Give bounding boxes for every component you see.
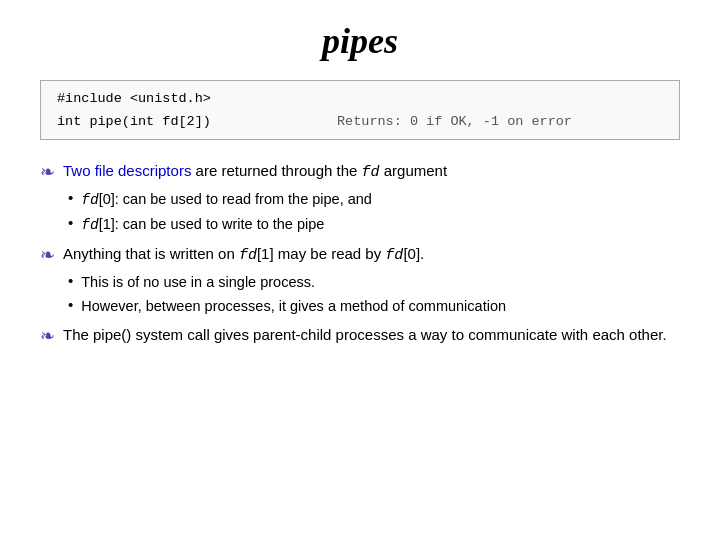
bullet-section-b1: ❧Two file descriptors are returned throu… — [40, 160, 680, 237]
sub-bullet-b2-1: •However, between processes, it gives a … — [68, 296, 680, 318]
sub-bullets-b1: •fd[0]: can be used to read from the pip… — [68, 189, 680, 238]
page: pipes #include <unistd.h> int pipe(int f… — [0, 0, 720, 540]
bullet-text-b1: Two file descriptors are returned throug… — [63, 160, 447, 185]
sub-dot: • — [68, 296, 73, 313]
code-box: #include <unistd.h> int pipe(int fd[2]) … — [40, 80, 680, 140]
sub-bullet-b1-0: •fd[0]: can be used to read from the pip… — [68, 189, 680, 212]
bullet-icon-b1: ❧ — [40, 161, 55, 183]
sub-dot: • — [68, 272, 73, 289]
bullet-text-b2: Anything that is written on fd[1] may be… — [63, 243, 424, 268]
code-returns: Returns: 0 if OK, -1 on error — [337, 114, 572, 129]
sub-bullet-b2-0: •This is of no use in a single process. — [68, 272, 680, 294]
bullet-section-b3: ❧The pipe() system call gives parent-chi… — [40, 324, 680, 347]
sub-bullets-b2: •This is of no use in a single process.•… — [68, 272, 680, 319]
bullet-section-b2: ❧Anything that is written on fd[1] may b… — [40, 243, 680, 318]
sub-bullet-b1-1: •fd[1]: can be used to write to the pipe — [68, 214, 680, 237]
sub-text-b1-0: fd[0]: can be used to read from the pipe… — [81, 189, 372, 212]
sub-text-b2-1: However, between processes, it gives a m… — [81, 296, 506, 318]
sub-text-b2-0: This is of no use in a single process. — [81, 272, 315, 294]
main-bullet-b1: ❧Two file descriptors are returned throu… — [40, 160, 680, 185]
bullet-icon-b2: ❧ — [40, 244, 55, 266]
sub-dot: • — [68, 189, 73, 206]
bullet-icon-b3: ❧ — [40, 325, 55, 347]
bullet-text-b3: The pipe() system call gives parent-chil… — [63, 324, 667, 347]
code-signature-row: int pipe(int fd[2]) Returns: 0 if OK, -1… — [57, 114, 663, 129]
code-include: #include <unistd.h> — [57, 91, 663, 106]
main-bullet-b2: ❧Anything that is written on fd[1] may b… — [40, 243, 680, 268]
bullets-container: ❧Two file descriptors are returned throu… — [40, 160, 680, 353]
page-title: pipes — [40, 20, 680, 62]
sub-dot: • — [68, 214, 73, 231]
sub-text-b1-1: fd[1]: can be used to write to the pipe — [81, 214, 324, 237]
code-signature: int pipe(int fd[2]) — [57, 114, 277, 129]
main-bullet-b3: ❧The pipe() system call gives parent-chi… — [40, 324, 680, 347]
